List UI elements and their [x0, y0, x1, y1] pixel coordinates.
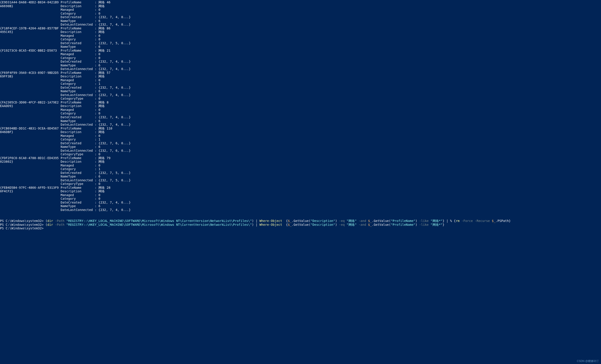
property-value: {232, 7, 5, 0...} [98, 178, 130, 182]
property-name: Description : [59, 104, 98, 108]
property-value: 0 [98, 112, 100, 115]
property-value: 6 [98, 119, 100, 123]
command-segment: ( [45, 223, 47, 226]
command-segment: rm [456, 219, 460, 223]
command-segment [429, 223, 431, 226]
command-segment: "Description" [311, 223, 335, 226]
registry-key: {F69F4F99-39A9-4CD3-89D7-9BD2D5 [0, 71, 59, 75]
terminal-text [0, 93, 59, 97]
property-name: DateCreated : [59, 115, 98, 119]
terminal-text [0, 167, 59, 171]
powershell-terminal[interactable]: {E9D31A44-DA68-4DD2-B834-0421B9 ProfileN… [0, 0, 601, 232]
command-segment: "ProfileName" [391, 219, 415, 223]
property-name: DateLastConnected : [59, 178, 98, 182]
registry-key: {FCB694BD-DD1C-4B31-9CEA-0D4567 [0, 126, 59, 130]
terminal-text [0, 197, 59, 201]
command-segment: "Description" [311, 219, 335, 223]
terminal-text [0, 108, 59, 112]
terminal-text [0, 82, 59, 86]
command-segment [366, 219, 368, 223]
registry-key: {F18F4CEF-197B-4264-AE80-8577BF [0, 27, 59, 30]
terminal-text [0, 23, 59, 26]
registry-key: {E9D31A44-DA68-4DD2-B834-0421B9 [0, 0, 59, 4]
property-name: Managed : [59, 34, 98, 38]
command-segment: -like [419, 223, 429, 226]
property-name: DateCreated : [59, 141, 98, 145]
property-value: 网络 [98, 30, 105, 34]
property-value: 0 [98, 97, 100, 100]
property-value: 网络 [98, 189, 105, 193]
property-value: 0 [98, 8, 100, 11]
property-value: 0 [98, 197, 100, 201]
terminal-text [0, 178, 59, 182]
command-segment: { [282, 219, 288, 223]
property-value: {232, 7, 4, 0...} [98, 93, 130, 97]
property-name: DateLastConnected : [59, 149, 98, 152]
terminal-text [0, 152, 59, 156]
terminal-text [0, 86, 59, 89]
property-name: DateLastConnected : [59, 23, 98, 26]
terminal-text [0, 123, 59, 126]
command-segment: ) [252, 223, 256, 226]
command-segment: .GetValue( [372, 223, 391, 226]
command-segment: "网络*" [431, 223, 442, 226]
command-segment [460, 219, 461, 223]
registry-key [0, 52, 59, 56]
property-name: Description : [59, 30, 98, 34]
property-name: CategoryType : [59, 182, 98, 186]
property-name: DateCreated : [59, 60, 98, 63]
property-value: 网络 [98, 75, 105, 78]
property-name: DateCreated : [59, 15, 98, 19]
terminal-text [0, 67, 59, 71]
property-value: 0 [98, 52, 100, 56]
command-segment: $_ [368, 219, 372, 223]
command-segment: ( [45, 219, 47, 223]
property-name: Category : [59, 12, 98, 15]
property-name: NameType : [59, 19, 98, 23]
property-value: 0 [98, 182, 100, 186]
property-name: ProfileName : [59, 49, 98, 52]
property-value: 6 [98, 64, 100, 67]
registry-key: 495C45} [0, 30, 59, 34]
property-value: {232, 7, 4, 0...} [98, 15, 130, 19]
terminal-text [0, 208, 59, 212]
property-value: 0 [98, 38, 100, 41]
property-name: ProfileName : [59, 0, 98, 4]
command-segment: .PSPath} [496, 219, 511, 223]
property-value: 网络 79 [98, 156, 110, 160]
property-value: {232, 7, 6, 0...} [98, 141, 130, 145]
property-value: 0 [98, 12, 100, 15]
command-segment: | [256, 219, 260, 223]
command-segment: -like [419, 219, 429, 223]
property-name: ProfileName : [59, 71, 98, 75]
property-value: 0 [98, 56, 100, 60]
property-value: 0 [98, 78, 100, 82]
property-name: Managed : [59, 52, 98, 56]
command-segment [64, 219, 66, 223]
registry-key: EAADD9} [0, 104, 59, 108]
terminal-text [0, 8, 59, 11]
property-value: {232, 7, 4, 0...} [98, 115, 130, 119]
property-value: 网络 46 [98, 0, 110, 4]
terminal-text [0, 193, 59, 197]
terminal-text [0, 38, 59, 41]
command-segment: -Path [55, 219, 64, 223]
property-value: 0 [98, 152, 100, 156]
terminal-text [0, 204, 59, 208]
property-name: DateCreated : [59, 41, 98, 45]
command-segment: $_ [288, 219, 292, 223]
command-segment: ) [335, 223, 339, 226]
command-segment: $_ [492, 219, 496, 223]
property-name: ProfileName : [59, 186, 98, 189]
property-value: {232, 7, 5, 0...} [98, 171, 130, 175]
property-name: Category : [59, 167, 98, 171]
command-segment: -eq [339, 223, 345, 226]
command-segment: -and [359, 219, 366, 223]
registry-key: A6690B} [0, 4, 59, 8]
command-segment: | % [446, 219, 454, 223]
property-name: ProfileName : [59, 27, 98, 30]
property-value: 网络 8 [98, 101, 109, 104]
terminal-text [0, 175, 59, 178]
command-segment [366, 223, 368, 226]
command-segment [357, 223, 358, 226]
